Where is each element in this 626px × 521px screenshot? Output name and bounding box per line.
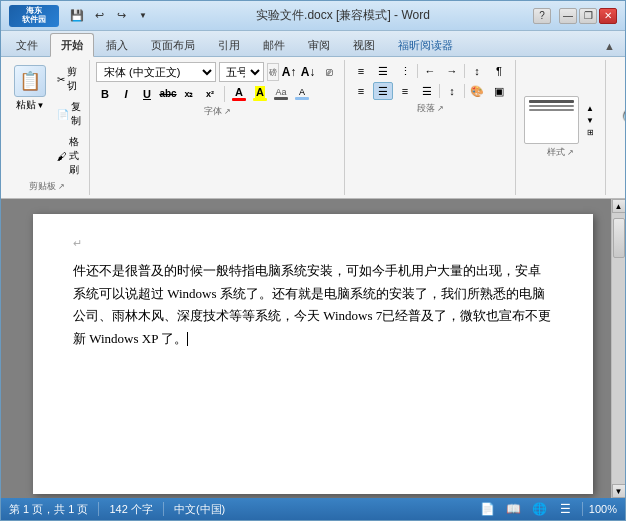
print-layout-view-btn[interactable]: 📄	[478, 501, 498, 517]
font-shrink-button[interactable]: A↓	[299, 63, 317, 81]
justify-button[interactable]: ☰	[417, 82, 437, 100]
restore-button[interactable]: ❐	[579, 8, 597, 24]
styles-scroll-up[interactable]: ▲	[583, 102, 597, 114]
font-color-button[interactable]: A	[230, 84, 248, 103]
tab-review[interactable]: 审阅	[297, 33, 341, 56]
shading-button[interactable]: 🎨	[467, 82, 487, 100]
clipboard-group: 📋 粘贴 ▼ ✂ 剪切 📄 复制	[5, 60, 90, 195]
outline-view-btn[interactable]: ☰	[556, 501, 576, 517]
quick-undo-btn[interactable]: ↩	[89, 7, 109, 25]
font-row1: 宋体 (中文正文) 五号 磅 A↑ A↓ ⎚	[96, 62, 338, 82]
styles-gallery[interactable]	[524, 96, 579, 144]
find-replace-button[interactable]: 🔍 编辑	[612, 102, 626, 154]
status-div2	[163, 502, 164, 516]
styles-scroll-down[interactable]: ▼	[583, 114, 597, 126]
doc-content: 件还不是很普及的时候一般特指电脑系统安装，可如今手机用户大量的出现，安卓系统可以…	[73, 263, 551, 346]
tab-page-layout[interactable]: 页面布局	[140, 33, 206, 56]
char-shading-bar	[295, 97, 309, 100]
paragraph-mark: ↵	[73, 234, 553, 254]
unordered-list-button[interactable]: ≡	[351, 62, 371, 80]
styles-group-label: 样式 ↗	[547, 146, 574, 159]
text-color-button[interactable]: Aa	[272, 85, 290, 102]
clipboard-expand-icon[interactable]: ↗	[58, 182, 65, 191]
tab-file[interactable]: 文件	[5, 33, 49, 56]
scroll-thumb[interactable]	[613, 218, 625, 258]
ordered-list-button[interactable]: ☰	[373, 62, 393, 80]
quick-save-btn[interactable]: 💾	[67, 7, 87, 25]
tab-mailing[interactable]: 邮件	[252, 33, 296, 56]
font-expand-icon[interactable]: ↗	[224, 107, 231, 116]
strikethrough-button[interactable]: abc	[159, 85, 177, 103]
close-button[interactable]: ✕	[599, 8, 617, 24]
tab-foxit[interactable]: 福昕阅读器	[387, 33, 464, 56]
document-text[interactable]: 件还不是很普及的时候一般特指电脑系统安装，可如今手机用户大量的出现，安卓系统可以…	[73, 260, 553, 351]
paragraph-group: ≡ ☰ ⋮ ← → ↕ ¶ ≡ ☰ ≡ ☰ ↕	[345, 60, 516, 195]
document-area: ▲ ▼ ↵ 件还不是很普及的时候一般特指电脑系统安装，可如今手机用户大量的出现，…	[1, 199, 625, 498]
align-center-button[interactable]: ☰	[373, 82, 393, 100]
scroll-down-button[interactable]: ▼	[612, 484, 626, 498]
font-row2: B I U abc x₂ x² A A Aa	[96, 84, 338, 103]
font-separator	[224, 86, 225, 102]
font-name-select[interactable]: 宋体 (中文正文)	[96, 62, 216, 82]
decrease-indent-button[interactable]: ←	[420, 62, 440, 80]
paste-dropdown-arrow[interactable]: ▼	[37, 101, 45, 110]
highlight-color-button[interactable]: A	[251, 84, 269, 103]
font-size-select[interactable]: 五号	[219, 62, 264, 82]
text-color-bar	[274, 97, 288, 100]
bold-button[interactable]: B	[96, 85, 114, 103]
full-read-view-btn[interactable]: 📖	[504, 501, 524, 517]
para-sep2	[464, 64, 465, 78]
char-shading-button[interactable]: A	[293, 85, 311, 102]
underline-button[interactable]: U	[138, 85, 156, 103]
text-cursor	[187, 332, 188, 346]
border-button[interactable]: ▣	[489, 82, 509, 100]
text-color-label: Aa	[275, 87, 286, 97]
status-right-area: 📄 📖 🌐 ☰ 100%	[478, 501, 617, 517]
tab-home[interactable]: 开始	[50, 33, 94, 57]
align-left-button[interactable]: ≡	[351, 82, 371, 100]
show-marks-button[interactable]: ¶	[489, 62, 509, 80]
font-grow-button[interactable]: A↑	[280, 63, 298, 81]
zoom-level: 100%	[589, 503, 617, 515]
styles-expand-icon[interactable]: ↗	[567, 148, 574, 157]
line-spacing-button[interactable]: ↕	[442, 82, 462, 100]
scroll-up-button[interactable]: ▲	[612, 199, 626, 213]
copy-button[interactable]: 📄 复制	[53, 97, 85, 131]
font-color-bar	[232, 98, 246, 101]
subscript-button[interactable]: x₂	[180, 85, 198, 103]
tab-references[interactable]: 引用	[207, 33, 251, 56]
scroll-track[interactable]	[612, 213, 626, 484]
help-button[interactable]: ?	[533, 8, 551, 24]
superscript-button[interactable]: x²	[201, 85, 219, 103]
document-page[interactable]: ↵ 件还不是很普及的时候一般特指电脑系统安装，可如今手机用户大量的出现，安卓系统…	[33, 214, 593, 494]
ribbon-expand-btn[interactable]: ▲	[598, 36, 621, 56]
style-line-1	[529, 100, 574, 103]
copy-icon: 📄	[57, 109, 69, 120]
cut-button[interactable]: ✂ 剪切	[53, 62, 85, 96]
paste-button[interactable]: 📋 粘贴 ▼	[9, 62, 51, 115]
app-window: 海东软件园 💾 ↩ ↪ ▼ 实验文件.docx [兼容模式] - Word ? …	[0, 0, 626, 521]
tab-insert[interactable]: 插入	[95, 33, 139, 56]
quick-redo-btn[interactable]: ↪	[111, 7, 131, 25]
minimize-button[interactable]: —	[559, 8, 577, 24]
web-view-btn[interactable]: 🌐	[530, 501, 550, 517]
tab-view[interactable]: 视图	[342, 33, 386, 56]
cut-icon: ✂	[57, 74, 65, 85]
format-painter-button[interactable]: 🖌 格式刷	[53, 132, 85, 180]
page-count: 第 1 页，共 1 页	[9, 502, 88, 517]
italic-button[interactable]: I	[117, 85, 135, 103]
title-bar-left: 海东软件园 💾 ↩ ↪ ▼	[9, 5, 153, 27]
clipboard-group-label: 剪贴板 ↗	[9, 180, 85, 193]
para-expand-icon[interactable]: ↗	[437, 104, 444, 113]
increase-indent-button[interactable]: →	[442, 62, 462, 80]
vertical-scrollbar[interactable]: ▲ ▼	[611, 199, 625, 498]
quick-menu-btn[interactable]: ▼	[133, 7, 153, 25]
align-right-button[interactable]: ≡	[395, 82, 415, 100]
editing-group: 🔍 编辑	[606, 60, 626, 195]
sort-button[interactable]: ↕	[467, 62, 487, 80]
title-bar-buttons: ? — ❐ ✕	[533, 8, 617, 24]
multilevel-list-button[interactable]: ⋮	[395, 62, 415, 80]
para-row2: ≡ ☰ ≡ ☰ ↕ 🎨 ▣	[351, 82, 509, 100]
styles-more-btn[interactable]: ⊞	[583, 126, 597, 138]
clear-format-button[interactable]: ⎚	[320, 63, 338, 81]
